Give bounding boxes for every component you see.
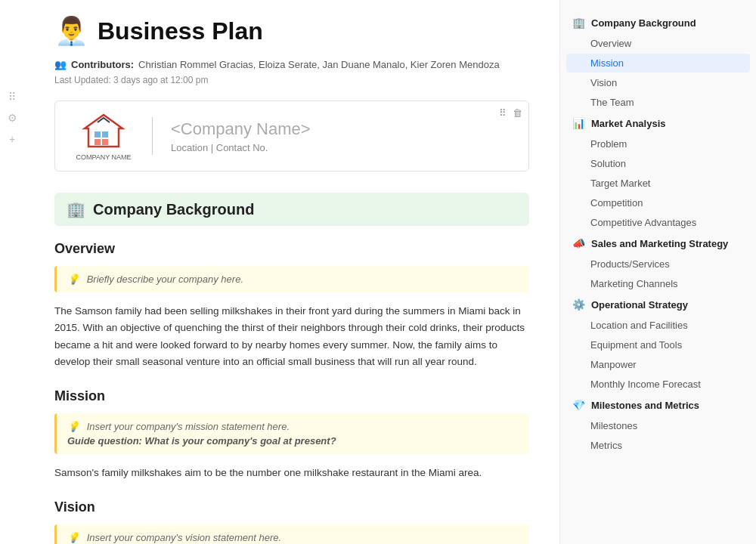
mission-hint: 💡 Insert your company's mission statemen… — [54, 413, 529, 454]
sidebar-section-emoji-2: 📊 — [572, 117, 585, 129]
sidebar-section-operational[interactable]: ⚙️ Operational Strategy — [560, 294, 756, 315]
sidebar-section-emoji-4: ⚙️ — [572, 298, 585, 311]
sidebar-section-label-2: Market Analysis — [591, 118, 666, 129]
sidebar-section-emoji-3: 📣 — [572, 237, 585, 249]
mission-title: Mission — [54, 388, 529, 404]
section-emoji: 🏢 — [67, 200, 85, 218]
sidebar-section-milestones[interactable]: 💎 Milestones and Metrics — [560, 394, 756, 416]
logo-block: ⠿ 🗑 COMPANY NAME — [54, 100, 529, 172]
section-title: Company Background — [93, 201, 254, 218]
sidebar-section-label-3: Sales and Marketing Strategy — [591, 238, 728, 249]
sidebar-item-equipment-tools[interactable]: Equipment and Tools — [566, 335, 750, 354]
logo-image: COMPANY NAME — [73, 113, 134, 159]
page-header: 👨‍💼 Business Plan — [54, 15, 529, 47]
sidebar-item-monthly-income[interactable]: Monthly Income Forecast — [566, 375, 750, 394]
hint-icon: 💡 — [67, 274, 79, 285]
sidebar-item-target-market[interactable]: Target Market — [566, 174, 750, 193]
sidebar-section-emoji-1: 🏢 — [572, 17, 585, 29]
page-title: Business Plan — [98, 17, 263, 45]
sidebar-item-solution[interactable]: Solution — [566, 154, 750, 173]
sidebar-section-label-4: Operational Strategy — [591, 299, 688, 311]
sidebar-section-market-analysis[interactable]: 📊 Market Analysis — [560, 113, 756, 134]
logo-label: COMPANY NAME — [76, 153, 131, 161]
logo-drag-icon[interactable]: ⠿ — [499, 107, 507, 119]
overview-hint: 💡 Briefly describe your company here. — [54, 266, 529, 292]
logo-svg — [81, 112, 126, 152]
company-details: Location | Contact No. — [171, 142, 311, 153]
left-toolbar: ⠿ ⚙ + — [0, 0, 24, 544]
vision-title: Vision — [54, 499, 529, 515]
sidebar-item-location-facilities[interactable]: Location and Facilities — [566, 316, 750, 335]
sidebar-item-manpower[interactable]: Manpower — [566, 355, 750, 374]
svg-rect-4 — [102, 139, 108, 145]
sidebar-item-vision[interactable]: Vision — [566, 73, 750, 92]
contributors-names: Christian Rommel Gracias, Eloiza Serate,… — [138, 59, 500, 70]
svg-rect-2 — [102, 131, 108, 138]
sidebar-section-label-5: Milestones and Metrics — [591, 400, 699, 411]
last-updated: Last Updated: 3 days ago at 12:00 pm — [54, 75, 529, 85]
sidebar-item-competitive-advantages[interactable]: Competitive Advantages — [566, 213, 750, 232]
sidebar-item-metrics[interactable]: Metrics — [566, 436, 750, 455]
svg-rect-1 — [94, 131, 101, 138]
logo-block-actions: ⠿ 🗑 — [499, 107, 522, 119]
logo-delete-icon[interactable]: 🗑 — [513, 107, 522, 119]
sidebar-item-the-team[interactable]: The Team — [566, 93, 750, 112]
sidebar-section-label-1: Company Background — [591, 17, 696, 29]
logo-divider — [152, 117, 153, 155]
drag-icon[interactable]: ⠿ — [8, 91, 16, 103]
sidebar-item-mission[interactable]: Mission — [566, 54, 750, 73]
sidebar: 🏢 Company Background Overview Mission Vi… — [559, 0, 756, 544]
sidebar-item-milestones[interactable]: Milestones — [566, 416, 750, 435]
company-background-header: 🏢 Company Background — [54, 193, 529, 226]
page-emoji: 👨‍💼 — [54, 15, 88, 47]
add-icon[interactable]: + — [9, 133, 15, 145]
settings-icon[interactable]: ⚙ — [8, 112, 17, 124]
overview-title: Overview — [54, 241, 529, 257]
sidebar-section-emoji-5: 💎 — [572, 399, 585, 411]
logo-info: <Company Name> Location | Contact No. — [171, 119, 311, 153]
contributors-row: 👥 Contributors: Christian Rommel Gracias… — [54, 59, 529, 70]
company-name: <Company Name> — [171, 119, 311, 139]
hint-icon-2: 💡 — [67, 421, 79, 432]
hint-icon-3: 💡 — [67, 532, 79, 543]
contributors-icon: 👥 — [54, 59, 67, 70]
sidebar-item-marketing-channels[interactable]: Marketing Channels — [566, 274, 750, 293]
sidebar-section-sales-marketing[interactable]: 📣 Sales and Marketing Strategy — [560, 233, 756, 254]
contributors-label: Contributors: — [71, 59, 134, 70]
sidebar-item-products-services[interactable]: Products/Services — [566, 255, 750, 274]
svg-rect-3 — [94, 139, 101, 145]
vision-hint: 💡 Insert your company's vision statement… — [54, 524, 529, 544]
sidebar-item-competition[interactable]: Competition — [566, 193, 750, 212]
overview-body: The Samson family had been selling milks… — [54, 303, 529, 370]
sidebar-section-company-background[interactable]: 🏢 Company Background — [560, 12, 756, 33]
sidebar-item-overview[interactable]: Overview — [566, 34, 750, 53]
main-content: 👨‍💼 Business Plan 👥 Contributors: Christ… — [24, 0, 559, 544]
sidebar-item-problem[interactable]: Problem — [566, 134, 750, 153]
mission-body: Samson's family milkshakes aim to be the… — [54, 465, 529, 481]
